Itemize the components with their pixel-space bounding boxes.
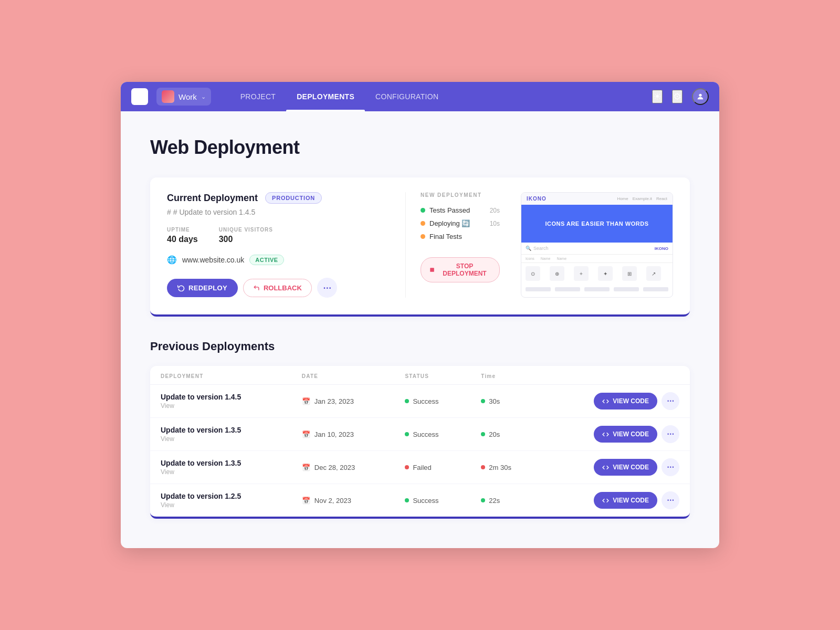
preview-chip [526, 287, 551, 291]
view-code-label: VIEW CODE [613, 497, 649, 504]
status-dot [405, 432, 409, 436]
row-more-button[interactable]: ⋯ [662, 392, 679, 410]
step-time: 20s [490, 207, 500, 214]
status-text: Failed [413, 464, 431, 471]
previous-deployments-table: DEPLOYMENT DATE STATUS Time Update to ve… [150, 366, 690, 517]
preview-brand: IKONO [527, 196, 547, 202]
preview-icon: ↗ [646, 266, 661, 281]
current-deployment-card: Current Deployment PRODUCTION ## Update … [150, 177, 690, 317]
view-code-button[interactable]: VIEW CODE [594, 459, 657, 476]
preview-chip [584, 287, 610, 291]
user-profile-button[interactable] [692, 88, 709, 105]
deploy-row-time: 2m 30s [481, 464, 531, 471]
row-actions: VIEW CODE ⋯ [552, 425, 679, 443]
table-row: Update to version 1.2.5 View 📅 Nov 2, 20… [150, 484, 690, 517]
deploy-actions: REDEPLOY ROLLBACK ⋯ [167, 278, 384, 298]
preview-chip [555, 287, 580, 291]
step-dot-pending [421, 234, 425, 239]
svg-point-0 [699, 94, 701, 97]
new-deployment-panel: NEW DEPLOYMENT Tests Passed 20s Deployin… [405, 192, 500, 298]
app-window: Work ⌄ PROJECT DEPLOYMENTS CONFIGURATION… [121, 82, 719, 548]
deploy-row-time: 22s [481, 497, 531, 505]
status-dot [405, 498, 409, 502]
deploy-row-sub: View [161, 435, 281, 443]
previous-deployments-title: Previous Deployments [150, 340, 690, 353]
row-more-button[interactable]: ⋯ [662, 458, 679, 476]
preview-icons-grid: ⊙ ⊕ + ✦ ⊞ ↗ [521, 263, 673, 284]
more-options-button[interactable]: ⋯ [317, 278, 337, 298]
svg-rect-1 [430, 268, 434, 272]
date-text: Nov 2, 2023 [314, 497, 351, 505]
view-code-button[interactable]: VIEW CODE [594, 426, 657, 443]
preview-categories: Icons Name Name [521, 255, 673, 263]
step-deploying: Deploying 🔄 10s [421, 219, 500, 227]
deploy-row-sub: View [161, 468, 281, 476]
date-text: Jan 10, 2023 [314, 430, 354, 438]
deploy-row-status: Success [405, 497, 460, 505]
col-date: DATE [291, 366, 395, 385]
step-dot-progress [421, 221, 425, 226]
deploy-row-date: 📅 Jan 23, 2023 [302, 397, 384, 405]
deployment-preview-panel: IKONO Home Example.it React ICONS ARE EA… [521, 192, 673, 298]
preview-search-bar: 🔍 Search IKONO [521, 243, 673, 255]
time-dot [481, 465, 485, 469]
workspace-icon [162, 90, 174, 103]
time-text: 30s [489, 397, 500, 405]
calendar-icon: 📅 [302, 497, 310, 505]
row-more-button[interactable]: ⋯ [662, 491, 679, 509]
calendar-icon: 📅 [302, 397, 310, 405]
step-name: Deploying 🔄 [429, 219, 470, 227]
deploy-row-date: 📅 Dec 28, 2023 [302, 464, 384, 471]
workspace-selector[interactable]: Work ⌄ [156, 88, 211, 106]
deploy-row-sub: View [161, 402, 281, 410]
page-title: Web Deployment [150, 136, 690, 159]
time-text: 20s [489, 430, 500, 438]
stop-deployment-button[interactable]: STOP DEPLOYMENT [421, 257, 500, 282]
deploy-row-status: Success [405, 397, 460, 405]
nav-item-deployments[interactable]: DEPLOYMENTS [286, 82, 365, 111]
nav-item-project[interactable]: PROJECT [230, 82, 286, 111]
view-code-button[interactable]: VIEW CODE [594, 492, 657, 509]
table-row: Update to version 1.3.5 View 📅 Dec 28, 2… [150, 451, 690, 484]
deploy-row-name: Update to version 1.4.5 [161, 393, 281, 401]
main-content: Web Deployment Current Deployment PRODUC… [121, 111, 719, 548]
settings-button[interactable]: ⚙ [672, 90, 682, 103]
production-badge: PRODUCTION [265, 192, 322, 204]
preview-icon: ⊙ [526, 266, 540, 281]
time-dot [481, 432, 485, 436]
status-dot [405, 465, 409, 469]
calendar-icon: 📅 [302, 430, 310, 438]
step-dot-success [421, 208, 425, 213]
time-dot [481, 399, 485, 403]
preview-search-action: IKONO [655, 246, 668, 251]
theme-toggle-button[interactable]: ☀ [652, 90, 663, 103]
redeploy-button[interactable]: REDEPLOY [167, 279, 238, 297]
preview-nav-links: Home Example.it React [617, 196, 667, 201]
uptime-label: UPTIME [167, 227, 198, 233]
uptime-stat: UPTIME 40 days [167, 227, 198, 244]
row-actions: VIEW CODE ⋯ [552, 392, 679, 410]
nav-item-configuration[interactable]: CONFIGURATION [365, 82, 449, 111]
deploy-row-date: 📅 Jan 10, 2023 [302, 430, 384, 438]
row-more-button[interactable]: ⋯ [662, 425, 679, 443]
deploy-row-time: 20s [481, 430, 531, 438]
view-code-label: VIEW CODE [613, 397, 649, 405]
view-code-button[interactable]: VIEW CODE [594, 393, 657, 410]
active-badge: ACTIVE [249, 255, 284, 265]
step-final-tests: Final Tests [421, 233, 500, 240]
preview-icon: + [574, 266, 589, 281]
workspace-name: Work [178, 92, 197, 101]
time-text: 22s [489, 497, 500, 505]
deploy-row-name: Update to version 1.3.5 [161, 426, 281, 434]
preview-icon: ⊞ [622, 266, 637, 281]
deploy-row-sub: View [161, 501, 281, 509]
view-code-label: VIEW CODE [613, 464, 649, 471]
table-row: Update to version 1.4.5 View 📅 Jan 23, 2… [150, 385, 690, 418]
rollback-button[interactable]: ROLLBACK [243, 279, 312, 297]
calendar-icon: 📅 [302, 464, 310, 471]
preview-chip [614, 287, 639, 291]
preview-icon: ✦ [598, 266, 613, 281]
table-head: DEPLOYMENT DATE STATUS Time [150, 366, 690, 385]
preview-hero-text: ICONS ARE EASIER THAN WORDS [545, 220, 648, 227]
deploy-row-name: Update to version 1.3.5 [161, 459, 281, 467]
